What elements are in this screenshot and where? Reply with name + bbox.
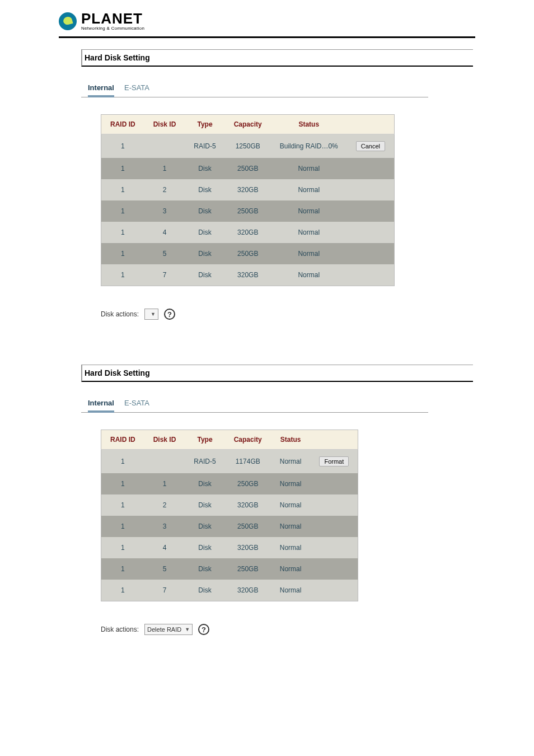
section-title: Hard Disk Setting bbox=[81, 49, 473, 67]
cell-raid-id: 1 bbox=[101, 580, 144, 601]
cell-raid-id: 1 bbox=[101, 243, 144, 264]
cell-disk-id: 7 bbox=[144, 264, 185, 286]
cell-disk-id: 1 bbox=[144, 158, 185, 179]
cell-action bbox=[310, 473, 358, 494]
cell-action bbox=[347, 222, 395, 243]
tab-esata[interactable]: E-SATA bbox=[124, 80, 149, 97]
disk-actions-dropdown[interactable]: ▼ bbox=[144, 309, 158, 320]
disk-table-2: RAID ID Disk ID Type Capacity Status 1RA… bbox=[101, 430, 358, 601]
cell-type: Disk bbox=[185, 473, 224, 494]
cell-status: Normal bbox=[271, 558, 311, 580]
table-row: 11Disk250GBNormal bbox=[101, 473, 358, 494]
col-raid-id: RAID ID bbox=[101, 115, 144, 134]
cell-capacity: 250GB bbox=[225, 158, 271, 179]
cell-disk-id: 7 bbox=[144, 580, 185, 601]
cell-disk-id: 2 bbox=[144, 179, 185, 200]
table-row: 1RAID-51250GBBuilding RAID…0%Cancel bbox=[101, 134, 395, 158]
cell-raid-id: 1 bbox=[101, 450, 144, 474]
cell-capacity: 320GB bbox=[225, 264, 271, 286]
col-action bbox=[310, 430, 358, 450]
cell-type: Disk bbox=[185, 580, 224, 601]
table-row: 12Disk320GBNormal bbox=[101, 494, 358, 516]
format-button[interactable]: Format bbox=[319, 456, 349, 466]
cell-raid-id: 1 bbox=[101, 179, 144, 200]
table-row: 13Disk250GBNormal bbox=[101, 516, 358, 537]
cell-status: Normal bbox=[271, 450, 311, 474]
cell-disk-id: 1 bbox=[144, 473, 185, 494]
cell-action bbox=[347, 179, 395, 200]
cell-action: Cancel bbox=[347, 134, 395, 158]
cell-disk-id: 2 bbox=[144, 494, 185, 516]
col-disk-id: Disk ID bbox=[144, 115, 185, 134]
page-header: PLANET Networking & Communication bbox=[0, 0, 534, 36]
cell-status: Normal bbox=[271, 516, 311, 537]
table-row: 13Disk250GBNormal bbox=[101, 200, 395, 222]
cell-action bbox=[310, 537, 358, 558]
tab-esata[interactable]: E-SATA bbox=[124, 395, 149, 412]
cell-action: Format bbox=[310, 450, 358, 474]
cell-type: Disk bbox=[185, 264, 224, 286]
cell-capacity: 1174GB bbox=[225, 450, 271, 474]
table-row: 14Disk320GBNormal bbox=[101, 537, 358, 558]
cell-status: Normal bbox=[271, 264, 347, 286]
col-capacity: Capacity bbox=[225, 430, 271, 450]
cell-capacity: 1250GB bbox=[225, 134, 271, 158]
cell-raid-id: 1 bbox=[101, 473, 144, 494]
hard-disk-setting-section-2: Hard Disk Setting Internal E-SATA RAID I… bbox=[81, 365, 473, 635]
cell-disk-id: 5 bbox=[144, 243, 185, 264]
cell-status: Normal bbox=[271, 158, 347, 179]
table-row: 11Disk250GBNormal bbox=[101, 158, 395, 179]
cell-status: Normal bbox=[271, 243, 347, 264]
cell-type: Disk bbox=[185, 179, 224, 200]
tab-internal[interactable]: Internal bbox=[88, 395, 114, 413]
col-type: Type bbox=[185, 115, 224, 134]
cell-action bbox=[310, 516, 358, 537]
cell-capacity: 320GB bbox=[225, 494, 271, 516]
disk-actions-label: Disk actions: bbox=[101, 310, 139, 318]
col-status: Status bbox=[271, 115, 347, 134]
cell-type: Disk bbox=[185, 494, 224, 516]
cell-raid-id: 1 bbox=[101, 158, 144, 179]
col-action bbox=[347, 115, 395, 134]
cell-status: Building RAID…0% bbox=[271, 134, 347, 158]
cell-action bbox=[310, 580, 358, 601]
col-status: Status bbox=[271, 430, 311, 450]
table-row: 14Disk320GBNormal bbox=[101, 222, 395, 243]
cell-capacity: 320GB bbox=[225, 222, 271, 243]
cell-type: Disk bbox=[185, 200, 224, 222]
col-capacity: Capacity bbox=[225, 115, 271, 134]
cell-action bbox=[310, 558, 358, 580]
tab-internal[interactable]: Internal bbox=[88, 80, 114, 97]
cell-capacity: 250GB bbox=[225, 516, 271, 537]
cell-raid-id: 1 bbox=[101, 200, 144, 222]
cell-type: RAID-5 bbox=[185, 450, 224, 474]
cell-status: Normal bbox=[271, 222, 347, 243]
cell-disk-id bbox=[144, 450, 185, 474]
cell-raid-id: 1 bbox=[101, 558, 144, 580]
table-row: 1RAID-51174GBNormalFormat bbox=[101, 450, 358, 474]
cell-raid-id: 1 bbox=[101, 222, 144, 243]
cell-type: Disk bbox=[185, 537, 224, 558]
disk-actions-label: Disk actions: bbox=[101, 626, 139, 633]
cell-disk-id: 3 bbox=[144, 200, 185, 222]
cancel-button[interactable]: Cancel bbox=[356, 141, 385, 151]
col-disk-id: Disk ID bbox=[144, 430, 185, 450]
help-icon[interactable]: ? bbox=[164, 309, 175, 320]
cell-disk-id: 4 bbox=[144, 222, 185, 243]
logo-sub-text: Networking & Communication bbox=[81, 26, 144, 31]
disk-table-1: RAID ID Disk ID Type Capacity Status 1RA… bbox=[101, 114, 395, 286]
help-icon[interactable]: ? bbox=[198, 624, 209, 635]
cell-type: Disk bbox=[185, 243, 224, 264]
col-type: Type bbox=[185, 430, 224, 450]
cell-action bbox=[347, 158, 395, 179]
disk-actions-dropdown[interactable]: Delete RAID ▼ bbox=[144, 624, 193, 635]
cell-status: Normal bbox=[271, 200, 347, 222]
connection-tabs: Internal E-SATA bbox=[81, 80, 428, 97]
brand-logo: PLANET Networking & Communication bbox=[59, 11, 534, 31]
table-row: 12Disk320GBNormal bbox=[101, 179, 395, 200]
cell-capacity: 320GB bbox=[225, 179, 271, 200]
cell-raid-id: 1 bbox=[101, 264, 144, 286]
chevron-down-icon: ▼ bbox=[185, 627, 190, 632]
cell-capacity: 320GB bbox=[225, 580, 271, 601]
cell-action bbox=[347, 264, 395, 286]
